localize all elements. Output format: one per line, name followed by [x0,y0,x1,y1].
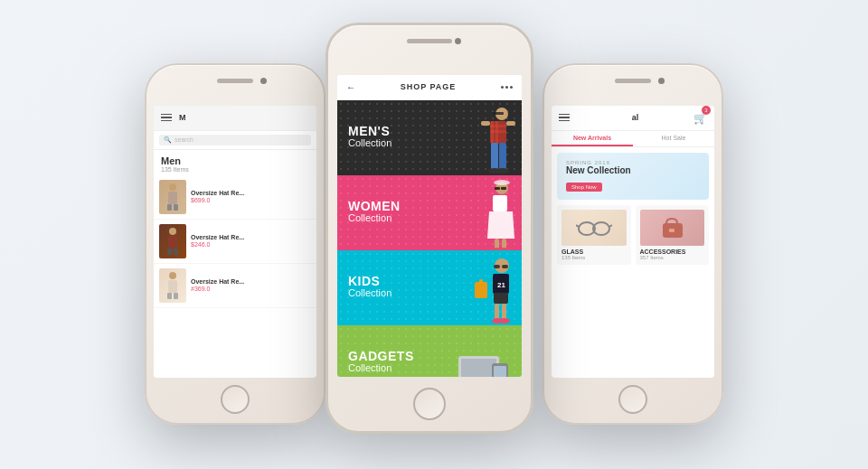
hamburger-icon[interactable] [161,114,172,122]
svg-rect-26 [495,187,500,190]
left-search-input[interactable]: 🔍 search [159,135,311,145]
svg-rect-6 [167,249,172,255]
right-hamburger-icon[interactable] [559,114,570,122]
svg-point-24 [496,168,509,174]
left-category-count: 135 Items [161,166,309,173]
svg-rect-11 [174,293,178,299]
womens-collection-banner[interactable]: WOMEN Collection [337,175,522,250]
svg-rect-46 [479,279,483,284]
product-figure-1 [164,183,182,211]
tab-new-arrivals[interactable]: New Arrivals [552,131,633,146]
mens-collection-banner[interactable]: MEN'S Collection [337,100,522,175]
phone-speaker-center [407,39,452,43]
center-screen: ← SHOP PAGE MEN'S Collection [337,75,522,377]
mens-label-top: MEN'S [348,125,392,137]
phone-right: al 🛒 3 New Arrivals Hot Sale SPRING 2016… [542,63,723,425]
right-promo-title: New Collection [566,165,700,176]
svg-point-34 [494,180,510,185]
right-grid-item-glass[interactable]: GLASS 135 Items [557,205,631,265]
glass-count: 135 Items [561,255,627,260]
svg-rect-20 [506,121,515,126]
womens-figure [467,180,517,250]
kids-collection-banner[interactable]: KIDS Collection 21 [337,250,522,325]
left-product-name-2: Oversize Hat Re... [191,234,311,240]
left-product-2[interactable]: Oversize Hat Re... $246.0 [154,220,316,264]
svg-rect-5 [168,236,177,249]
mens-figure [467,105,517,175]
womens-banner-content: WOMEN Collection [337,175,522,250]
gadgets-collection-banner[interactable]: GADGETS Collection [337,325,522,377]
accessories-label: ACCESSORIES [640,249,705,255]
kids-label-top: KIDS [348,275,392,287]
svg-rect-45 [475,282,487,298]
left-product-3[interactable]: Oversize Hat Re... #369.0 [154,264,316,308]
center-topbar-title: SHOP PAGE [401,82,457,91]
svg-point-44 [499,318,510,324]
svg-point-8 [169,272,176,279]
mens-banner-content: MEN'S Collection [337,100,522,175]
svg-rect-17 [490,125,506,127]
mens-label-bottom: Collection [348,137,392,149]
left-product-1[interactable]: Oversize Hat Re... $699.0 [154,175,316,220]
svg-rect-37 [502,265,508,268]
phone-home-center[interactable] [413,388,446,420]
womens-label-bottom: Collection [348,212,401,224]
svg-rect-9 [168,280,177,293]
product-figure-3 [164,271,182,300]
tab-hot-sale[interactable]: Hot Sale [633,131,714,146]
left-category-header: Men 135 Items [154,150,316,175]
svg-rect-28 [493,195,507,211]
svg-rect-51 [494,366,506,377]
svg-rect-42 [502,304,506,320]
womens-text-block: WOMEN Collection [348,200,401,224]
phone-left: M 🔍 search Men 135 Items [145,63,326,425]
phone-camera-right [658,78,665,84]
phone-camera-center [455,38,461,44]
left-screen: M 🔍 search Men 135 Items [154,106,316,378]
gadgets-label-top: GADGETS [348,350,414,362]
search-icon: 🔍 [164,136,172,144]
phone-home-right[interactable] [618,385,647,414]
menu-dots[interactable] [501,86,513,89]
left-search-bar: 🔍 search [154,131,316,150]
phone-home-left[interactable] [221,385,250,414]
gadgets-label-bottom: Collection [348,362,414,374]
left-product-info-1: Oversize Hat Re... $699.0 [191,190,311,203]
svg-line-57 [609,225,612,227]
left-product-price-3: #369.0 [191,286,311,292]
kids-text-block: KIDS Collection [348,275,392,299]
left-header-title: M [179,113,186,122]
svg-point-4 [169,228,176,235]
cart-icon-wrap[interactable]: 🛒 3 [693,109,707,126]
svg-rect-21 [491,143,498,170]
svg-point-0 [169,183,176,191]
svg-rect-18 [490,130,506,133]
gadgets-banner-content: GADGETS Collection [337,325,522,377]
left-product-price-2: $246.0 [191,241,311,248]
right-grid: GLASS 135 Items ACCESSORIES 357 Ite [552,200,714,270]
right-logo: al [632,113,639,122]
svg-rect-59 [669,229,675,232]
svg-line-56 [576,225,579,227]
svg-rect-1 [168,192,177,204]
svg-rect-27 [501,187,506,190]
gadgets-items [454,333,517,377]
svg-rect-10 [167,293,172,299]
svg-rect-40 [494,293,508,304]
left-product-name-1: Oversize Hat Re... [191,190,311,196]
shop-now-button[interactable]: Shop Now [566,183,602,192]
right-grid-item-accessories[interactable]: ACCESSORIES 357 Items [636,205,710,265]
svg-marker-29 [487,211,514,239]
svg-rect-22 [499,143,506,170]
left-header: M [154,106,316,131]
svg-rect-2 [167,204,172,211]
mens-text-block: MEN'S Collection [348,125,392,149]
left-product-info-3: Oversize Hat Re... #369.0 [191,278,311,292]
phones-container: M 🔍 search Men 135 Items [127,14,741,456]
kids-figure: 21 [467,255,517,325]
left-product-name-3: Oversize Hat Re... [191,278,311,285]
back-icon[interactable]: ← [346,82,355,92]
svg-rect-13 [493,112,504,115]
sunglasses-image [576,214,612,241]
svg-rect-19 [481,121,490,126]
